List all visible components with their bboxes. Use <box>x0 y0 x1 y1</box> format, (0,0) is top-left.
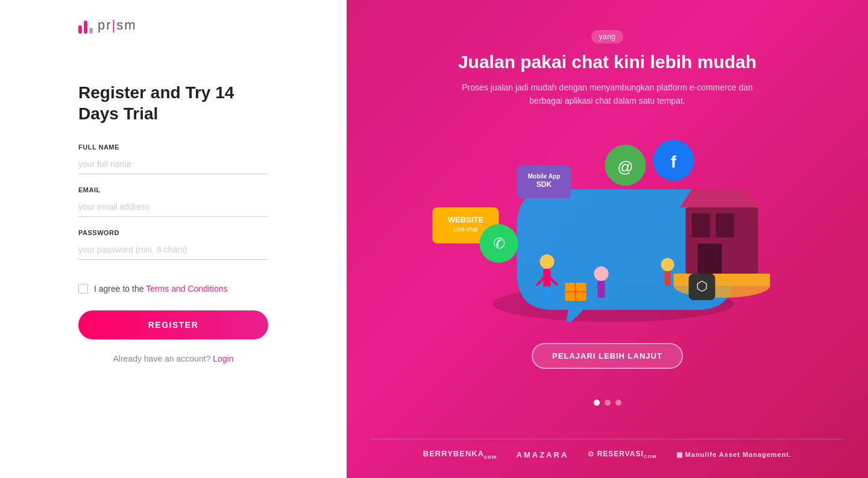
password-label: PASSWORD <box>78 229 268 236</box>
illustration: WEBSITE Live chat Mobile App SDK ✆ @ f ⬡ <box>371 129 844 322</box>
fullname-field-group: FULL NAME <box>78 143 268 174</box>
svg-rect-15 <box>598 281 605 298</box>
svg-text:f: f <box>671 153 677 171</box>
svg-rect-7 <box>674 274 770 286</box>
register-button[interactable]: REGISTER <box>78 310 268 339</box>
terms-label: I agree to the Terms and Conditions <box>94 284 228 294</box>
svg-point-14 <box>594 266 609 281</box>
password-field-group: PASSWORD <box>78 229 268 260</box>
right-panel: yang Jualan pakai chat kini lebih mudah … <box>347 0 868 478</box>
fullname-label: FULL NAME <box>78 143 268 151</box>
terms-checkbox[interactable] <box>78 284 88 294</box>
brand-reservasi: ⊙ RESERVASICOM <box>588 450 656 459</box>
carousel-dots <box>594 400 621 406</box>
svg-text:⬡: ⬡ <box>696 278 708 294</box>
svg-text:@: @ <box>617 158 633 176</box>
svg-rect-3 <box>716 213 734 237</box>
form-title: Register and Try 14 Days Trial <box>78 82 268 124</box>
promo-tag: yang <box>591 30 623 43</box>
dot-3[interactable] <box>615 400 621 406</box>
cta-button[interactable]: PELAJARI LEBIH LANJUT <box>532 343 683 369</box>
svg-rect-34 <box>665 271 671 286</box>
logo-bar-3 <box>89 28 93 34</box>
svg-point-8 <box>540 254 555 269</box>
email-field-group: EMAIL <box>78 186 268 217</box>
svg-text:Live chat: Live chat <box>453 226 477 233</box>
logos-bar: BERRYBENKAcom AMAZARA ⊙ RESERVASICOM ▦ M… <box>371 439 844 460</box>
svg-text:Mobile App: Mobile App <box>528 173 561 180</box>
left-panel: pr|sm Register and Try 14 Days Trial FUL… <box>0 0 347 478</box>
brand-berrybenka: BERRYBENKAcom <box>423 449 497 460</box>
logo-text: pr|sm <box>98 17 137 33</box>
brand-amazara: AMAZARA <box>517 450 569 459</box>
brand-manulife: ▦ Manulife Asset Management. <box>676 451 792 459</box>
promo-description: Proses jualan jadi mudah dengan menyambu… <box>445 81 770 108</box>
logo-icon <box>78 17 93 34</box>
login-prompt: Already have an account? Login <box>78 354 268 363</box>
logo-bar-2 <box>84 20 87 34</box>
logo: pr|sm <box>78 0 268 34</box>
svg-text:WEBSITE: WEBSITE <box>448 215 484 224</box>
svg-point-33 <box>661 258 675 271</box>
terms-link[interactable]: Terms and Conditions <box>146 284 227 294</box>
svg-marker-5 <box>680 189 758 207</box>
logo-bar-1 <box>78 25 82 34</box>
svg-rect-4 <box>698 244 722 274</box>
terms-checkbox-row: I agree to the Terms and Conditions <box>78 284 268 294</box>
dot-1[interactable] <box>594 400 600 406</box>
promo-title: Jualan pakai chat kini lebih mudah <box>458 52 756 72</box>
fullname-input[interactable] <box>78 156 268 174</box>
svg-text:SDK: SDK <box>536 180 552 189</box>
login-link[interactable]: Login <box>213 354 233 363</box>
illustration-svg: WEBSITE Live chat Mobile App SDK ✆ @ f ⬡ <box>371 129 844 322</box>
svg-text:✆: ✆ <box>493 235 505 251</box>
promo-content: yang Jualan pakai chat kini lebih mudah … <box>371 30 844 108</box>
email-input[interactable] <box>78 198 268 217</box>
svg-rect-2 <box>692 213 710 237</box>
email-label: EMAIL <box>78 186 268 193</box>
password-input[interactable] <box>78 241 268 260</box>
dot-2[interactable] <box>605 400 611 406</box>
